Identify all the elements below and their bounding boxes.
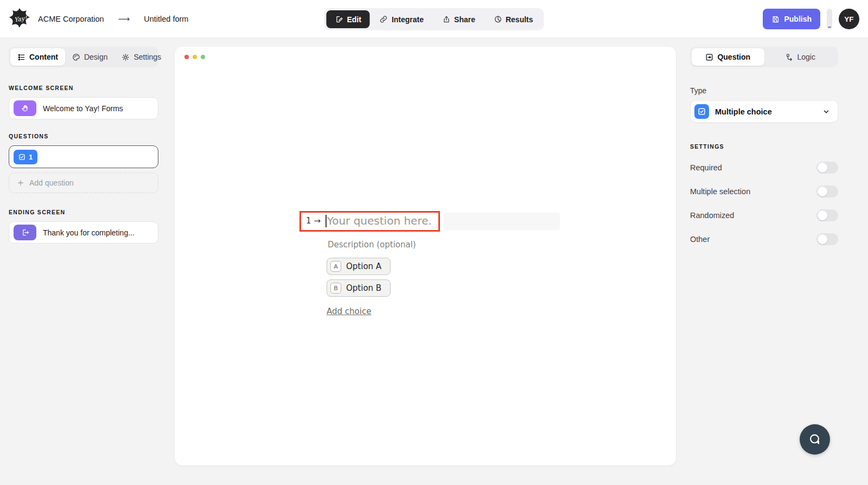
chevron-down-icon (822, 108, 830, 116)
question-input-field-extension[interactable] (443, 213, 560, 230)
form-preview-canvas: 1 → Your question here. Description (opt… (175, 47, 676, 465)
tab-form-settings[interactable]: Settings (114, 48, 168, 66)
randomized-toggle[interactable] (816, 209, 838, 221)
other-toggle[interactable] (816, 233, 838, 245)
question-title-highlight[interactable]: 1 → Your question here. (299, 211, 440, 232)
welcome-badge (14, 100, 36, 116)
avatar-initials: YF (844, 15, 853, 23)
multiple-selection-label: Multiple selection (690, 187, 750, 196)
yay-forms-logo[interactable]: Yay! (8, 7, 31, 31)
plus-icon (17, 179, 24, 187)
workspace-name[interactable]: ACME Corporation (38, 15, 104, 23)
breadcrumb: ACME Corporation ⟶ Untitled form (38, 0, 188, 38)
tab-design[interactable]: Design (65, 48, 115, 66)
waving-hand-icon (21, 104, 29, 112)
add-choice-link[interactable]: Add choice (327, 307, 371, 316)
toggle-knob (818, 163, 827, 173)
logic-flow-icon (786, 53, 794, 61)
ending-screen-item[interactable]: Thank you for completing... (9, 221, 158, 244)
list-icon (17, 53, 25, 61)
traffic-green-dot (201, 55, 205, 59)
required-label: Required (690, 163, 722, 172)
top-header: Yay! ACME Corporation ⟶ Untitled form Ed… (0, 0, 868, 38)
question-index: 1 (306, 216, 311, 226)
publish-button[interactable]: Publish (763, 9, 820, 29)
traffic-red-dot (184, 55, 189, 59)
choice-option-a[interactable]: A Option A (327, 258, 391, 275)
right-sidebar: Question Logic Type Multiple choice SETT… (690, 47, 838, 245)
traffic-yellow-dot (193, 55, 197, 59)
other-label: Other (690, 235, 710, 244)
question-title-row: 1 → Your question here. (299, 211, 560, 232)
tab-edit[interactable]: Edit (326, 10, 369, 28)
toggle-row-multiple-selection: Multiple selection (690, 186, 838, 197)
choice-option-b[interactable]: B Option B (327, 279, 391, 297)
tab-edit-label: Edit (347, 15, 361, 24)
save-icon (771, 15, 780, 23)
form-title[interactable]: Untitled form (144, 15, 188, 23)
tab-content[interactable]: Content (10, 48, 65, 66)
header-actions: Publish YF (763, 0, 859, 38)
toggle-row-other: Other (690, 233, 838, 245)
question-editor: 1 → Your question here. Description (opt… (299, 211, 560, 316)
multiple-selection-toggle[interactable] (816, 186, 838, 197)
help-chat-button[interactable] (800, 424, 830, 455)
toggle-knob (818, 234, 827, 244)
type-label: Type (690, 86, 838, 95)
link-icon (380, 15, 388, 23)
ending-badge (14, 225, 36, 240)
pie-chart-icon (494, 15, 502, 23)
right-sidebar-tabs: Question Logic (690, 47, 838, 67)
required-toggle[interactable] (816, 162, 838, 174)
toggle-knob (818, 187, 827, 196)
type-selected-value: Multiple choice (715, 107, 816, 116)
tab-integrate-label: Integrate (392, 15, 424, 24)
question-title-input[interactable]: Your question here. (327, 214, 432, 227)
left-sidebar-tabs: Content Design Settings (9, 47, 158, 67)
question-arrow: → (314, 216, 321, 226)
breadcrumb-arrow: ⟶ (118, 14, 130, 24)
tab-question-label: Question (717, 53, 750, 61)
tab-question[interactable]: Question (692, 48, 764, 66)
welcome-item-label: Welcome to Yay! Forms (43, 104, 123, 113)
tab-logic[interactable]: Logic (764, 48, 837, 66)
checkbox-icon (18, 154, 25, 161)
edit-icon (335, 15, 343, 23)
tab-integrate[interactable]: Integrate (371, 10, 432, 28)
choice-key-a: A (330, 261, 341, 272)
tab-logic-label: Logic (797, 53, 815, 61)
add-question-button[interactable]: Add question (9, 173, 158, 193)
choice-label-b: Option B (346, 283, 381, 293)
settings-section-label: SETTINGS (690, 143, 838, 150)
welcome-screen-item[interactable]: Welcome to Yay! Forms (9, 97, 158, 119)
text-caret (326, 215, 327, 227)
tab-form-settings-label: Settings (133, 53, 161, 61)
questions-section-label: QUESTIONS (9, 133, 158, 139)
toggle-knob (818, 210, 827, 220)
ending-section-label: ENDING SCREEN (9, 209, 158, 215)
checkbox-icon (698, 107, 706, 116)
tab-share[interactable]: Share (433, 10, 484, 28)
description-input[interactable]: Description (optional) (328, 240, 560, 250)
tab-share-label: Share (454, 15, 475, 24)
publish-label: Publish (784, 15, 812, 23)
choice-list: A Option A B Option B (327, 258, 560, 297)
palette-icon (72, 53, 80, 61)
toggle-row-required: Required (690, 162, 838, 174)
toggle-row-randomized: Randomized (690, 209, 838, 221)
tab-content-label: Content (29, 53, 58, 61)
multiple-choice-badge (694, 104, 709, 119)
header-scrollbar-divider (827, 9, 832, 29)
question-number-badge: 1 (14, 150, 37, 164)
question-type-select[interactable]: Multiple choice (690, 100, 838, 123)
choice-key-b: B (330, 283, 341, 293)
left-sidebar: Content Design Settings WELCOME SCREEN W… (9, 47, 158, 244)
question-number: 1 (29, 153, 33, 161)
tab-design-label: Design (84, 53, 108, 61)
tab-results[interactable]: Results (485, 10, 542, 28)
question-item-1[interactable]: 1 (9, 145, 158, 168)
randomized-label: Randomized (690, 211, 734, 220)
window-traffic-lights (184, 55, 205, 59)
user-avatar[interactable]: YF (839, 9, 859, 29)
tab-results-label: Results (506, 15, 533, 24)
